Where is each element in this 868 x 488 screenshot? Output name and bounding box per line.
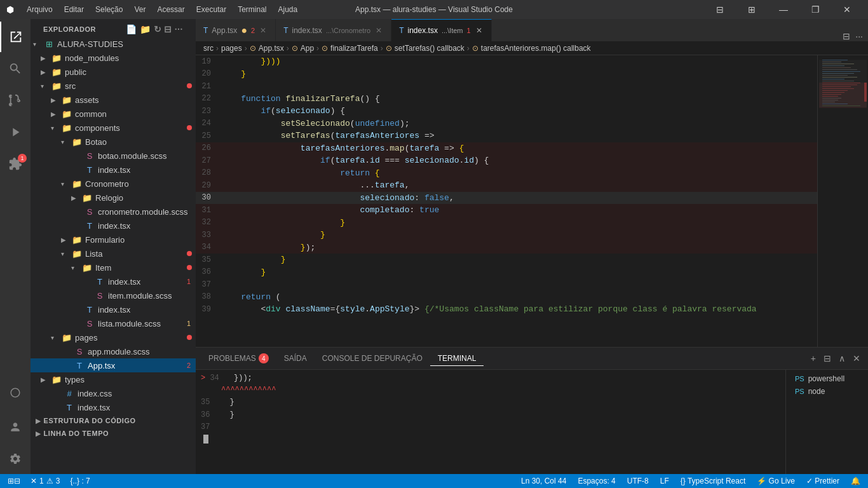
tab-app-tsx-close[interactable]: ✕ (259, 25, 268, 36)
menu-executar[interactable]: Executar (191, 4, 231, 15)
tree-item-item-module[interactable]: S item.module.scss (31, 288, 196, 302)
panel-actions[interactable]: + ⊟ ∧ ✕ (808, 352, 863, 365)
tree-item-cronometro-index[interactable]: T index.tsx (31, 219, 196, 233)
refresh-icon[interactable]: ↻ (154, 24, 162, 34)
menu-editar[interactable]: Editar (59, 4, 89, 15)
tree-item-botao-index[interactable]: T index.tsx (31, 163, 196, 177)
tree-item-app-module[interactable]: S app.module.scss (31, 344, 196, 358)
new-folder-icon[interactable]: 📁 (140, 24, 151, 34)
tree-item-relogio[interactable]: ▶ 📁 Relogio (31, 191, 196, 205)
bc-app[interactable]: App (301, 44, 314, 53)
statusbar-encoding[interactable]: UTF-8 (625, 477, 651, 485)
terminal-session-node[interactable]: PS node (791, 385, 863, 398)
tree-item-index-css[interactable]: # index.css (31, 386, 196, 400)
structure-section-header[interactable]: ▶ ESTRUTURA DO CÓDIGO (31, 414, 196, 427)
tree-item-item[interactable]: ▾ 📁 Item (31, 261, 196, 274)
bc-settarefas[interactable]: setTarefas() callback (395, 44, 465, 53)
statusbar-errors[interactable]: ✕ 1 ⚠ 3 (28, 477, 62, 485)
collapse-all-icon[interactable]: ⊟ (164, 24, 172, 34)
statusbar-bell[interactable]: 🔔 (848, 477, 863, 485)
tree-item-public[interactable]: ▶ 📁 public (31, 65, 196, 79)
window-controls[interactable]: ⊟ ⊞ — ❐ ✕ (705, 0, 862, 19)
tree-item-types[interactable]: ▶ 📁 types (31, 372, 196, 386)
tab-index-item-close[interactable]: ✕ (475, 25, 484, 36)
activity-search[interactable] (0, 53, 31, 84)
tabs-more[interactable]: ⊟ ··· (837, 31, 868, 41)
panel-tab-debug[interactable]: CONSOLE DE DEPURAÇÃO (315, 351, 430, 365)
activity-settings[interactable] (0, 444, 31, 474)
tree-item-lista[interactable]: ▾ 📁 Lista (31, 247, 196, 261)
activity-extensions[interactable]: 1 (0, 149, 31, 179)
terminal-session-powershell[interactable]: PS powershell (791, 372, 863, 385)
tab-app-tsx[interactable]: T App.tsx ● 2 ✕ (196, 19, 276, 41)
statusbar-spaces[interactable]: Espaços: 4 (575, 477, 618, 485)
minimize-button[interactable]: — (769, 0, 798, 19)
menu-ajuda[interactable]: Ajuda (273, 4, 303, 15)
statusbar-language[interactable]: {} TypeScript React (678, 477, 749, 485)
bc-app-tsx[interactable]: App.tsx (259, 44, 284, 53)
tree-item-botao[interactable]: ▾ 📁 Botao (31, 135, 196, 149)
panel-up-icon[interactable]: ∧ (836, 352, 848, 365)
layout-split-icon[interactable]: ⊞ (737, 0, 766, 19)
menu-arquivo[interactable]: Arquivo (22, 4, 58, 15)
menu-bar[interactable]: Arquivo Editar Seleção Ver Acessar Execu… (22, 4, 302, 15)
close-button[interactable]: ✕ (832, 0, 862, 19)
bc-src[interactable]: src (203, 44, 214, 53)
panel-tab-problems[interactable]: PROBLEMAS 4 (201, 351, 276, 366)
layout-icon[interactable]: ⊟ (705, 0, 735, 19)
terminal-area[interactable]: > 34 })); ^^^^^^^^^^^^ 35 } 36 (196, 370, 785, 474)
statusbar-position[interactable]: Ln 30, Col 44 (519, 477, 569, 485)
statusbar-info[interactable]: {..} : 7 (67, 477, 92, 485)
tree-item-botao-module[interactable]: S botao.module.scss (31, 149, 196, 163)
tab-index-cronometro[interactable]: T index.tsx ...\Cronometro ✕ (276, 19, 391, 41)
tree-item-components[interactable]: ▾ 📁 components (31, 121, 196, 135)
statusbar-remote[interactable]: ⊞⊟ (5, 477, 23, 485)
split-terminal-icon[interactable]: ⊟ (821, 352, 834, 365)
menu-selecao[interactable]: Seleção (90, 4, 128, 15)
tree-item-node-modules[interactable]: ▶ 📁 node_modules (31, 51, 196, 65)
panel-close-icon[interactable]: ✕ (850, 352, 863, 365)
more-actions-icon[interactable]: ··· (175, 24, 183, 34)
editor-main[interactable]: 19 }))) 20 } 21 (196, 55, 817, 347)
menu-ver[interactable]: Ver (129, 4, 151, 15)
statusbar-prettier[interactable]: ✓ Prettier (804, 477, 842, 485)
maximize-button[interactable]: ❐ (801, 0, 830, 19)
statusbar-golive[interactable]: ⚡ Go Live (754, 477, 797, 485)
powershell-icon: PS (795, 375, 804, 383)
code-editor[interactable]: 19 }))) 20 } 21 (196, 55, 817, 321)
tree-item-lista-module[interactable]: S lista.module.scss 1 (31, 316, 196, 330)
activity-account[interactable] (0, 412, 31, 442)
tab-index-item[interactable]: T index.tsx ...\Item 1 ✕ (391, 19, 491, 41)
tree-item-common[interactable]: ▶ 📁 common (31, 107, 196, 121)
tree-item-index-tsx-root[interactable]: T index.tsx (31, 400, 196, 414)
bc-tarefas[interactable]: tarefasAnteriores.map() callback (481, 44, 591, 53)
tree-item-formulario[interactable]: ▶ 📁 Formulario (31, 233, 196, 247)
tree-item-cronometro-module[interactable]: S cronometro.module.scss (31, 205, 196, 219)
tree-item-cronometro[interactable]: ▾ 📁 Cronometro (31, 177, 196, 191)
menu-acessar[interactable]: Acessar (152, 4, 189, 15)
bc-finalizar[interactable]: finalizarTarefa (330, 44, 378, 53)
panel-tab-output[interactable]: SAÍDA (276, 351, 315, 365)
sidebar-actions[interactable]: 📄 📁 ↻ ⊟ ··· (126, 24, 183, 34)
bc-pages[interactable]: pages (221, 44, 242, 53)
activity-run[interactable] (0, 117, 31, 147)
tab-index-cronometro-close[interactable]: ✕ (374, 25, 383, 36)
activity-source-control[interactable] (0, 85, 31, 116)
tree-root[interactable]: ▾ ⊞ ALURA-STUDIES (31, 37, 196, 51)
tree-item-pages[interactable]: ▾ 📁 pages (31, 330, 196, 344)
activity-explorer[interactable] (0, 22, 31, 52)
tree-item-item-index[interactable]: T index.tsx 1 (31, 274, 196, 288)
panel-tab-terminal[interactable]: TERMINAL (430, 351, 484, 366)
tabs-layout-icon[interactable]: ⊟ (843, 31, 850, 41)
tabs-more-icon[interactable]: ··· (855, 31, 863, 41)
tree-item-lista-index[interactable]: T index.tsx (31, 302, 196, 316)
tree-item-src[interactable]: ▾ 📁 src (31, 79, 196, 93)
statusbar-eol[interactable]: LF (658, 477, 672, 485)
timeline-section-header[interactable]: ▶ LINHA DO TEMPO (31, 427, 196, 440)
menu-terminal[interactable]: Terminal (233, 4, 271, 15)
activity-remote[interactable] (0, 377, 31, 408)
new-terminal-icon[interactable]: + (808, 352, 818, 365)
tree-item-app-tsx[interactable]: T App.tsx 2 (31, 358, 196, 372)
tree-item-assets[interactable]: ▶ 📁 assets (31, 93, 196, 107)
new-file-icon[interactable]: 📄 (126, 24, 137, 34)
